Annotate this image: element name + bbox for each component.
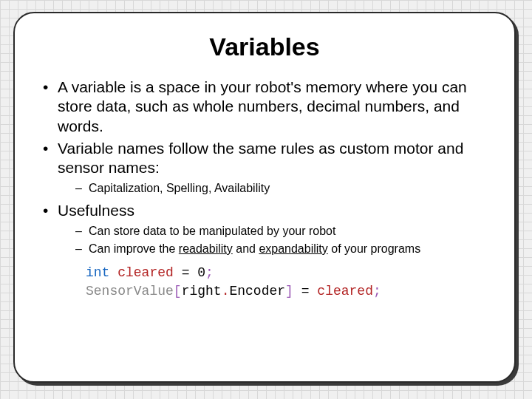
code-semicolon: ; <box>373 284 381 299</box>
bullet-item-3: Usefulness Can store data to be manipula… <box>41 201 488 256</box>
code-bracket: [ <box>174 284 182 299</box>
sub-text-part: Can improve the <box>89 242 179 255</box>
sub-item: Can improve the readability and expandab… <box>58 241 488 257</box>
sub-list-2: Capitalization, Spelling, Availability <box>58 180 488 197</box>
code-identifier: cleared <box>117 265 174 280</box>
code-space <box>310 284 318 299</box>
bullet-list: A variable is a space in your robot's me… <box>41 78 488 256</box>
code-bracket: ] <box>285 284 293 299</box>
bullet-text: Usefulness <box>58 202 134 219</box>
bullet-item-2: Variable names follow the same rules as … <box>41 139 488 197</box>
slide-card: Variables A variable is a space in your … <box>13 12 516 383</box>
sub-text: Capitalization, Spelling, Availability <box>89 182 270 194</box>
sub-list-3: Can store data to be manipulated by your… <box>58 223 488 256</box>
code-dot: . <box>222 284 230 299</box>
code-arg: Encoder <box>229 284 285 299</box>
code-identifier: cleared <box>317 284 373 299</box>
sub-item: Can store data to be manipulated by your… <box>58 223 488 239</box>
sub-item: Capitalization, Spelling, Availability <box>58 180 488 197</box>
code-arg: right <box>182 284 222 299</box>
code-space <box>109 265 117 280</box>
code-example: int cleared = 0; SensorValue[right.Encod… <box>86 264 488 300</box>
code-keyword: int <box>86 265 109 280</box>
code-space <box>189 265 197 280</box>
slide-title: Variables <box>41 33 488 61</box>
code-space <box>174 265 182 280</box>
underlined-word: expandability <box>259 242 327 255</box>
sub-text-part: of your programs <box>328 242 420 255</box>
sub-text-part: and <box>233 242 259 255</box>
code-number: 0 <box>197 265 205 280</box>
code-function: SensorValue <box>86 284 174 299</box>
sub-text: Can store data to be manipulated by your… <box>89 225 335 237</box>
code-operator: = <box>301 284 310 299</box>
bullet-item-1: A variable is a space in your robot's me… <box>41 78 488 136</box>
code-operator: = <box>182 265 190 280</box>
code-semicolon: ; <box>205 265 214 280</box>
underlined-word: readability <box>179 242 233 255</box>
bullet-text: A variable is a space in your robot's me… <box>58 78 467 134</box>
code-space <box>293 284 301 299</box>
bullet-text: Variable names follow the same rules as … <box>58 140 463 176</box>
